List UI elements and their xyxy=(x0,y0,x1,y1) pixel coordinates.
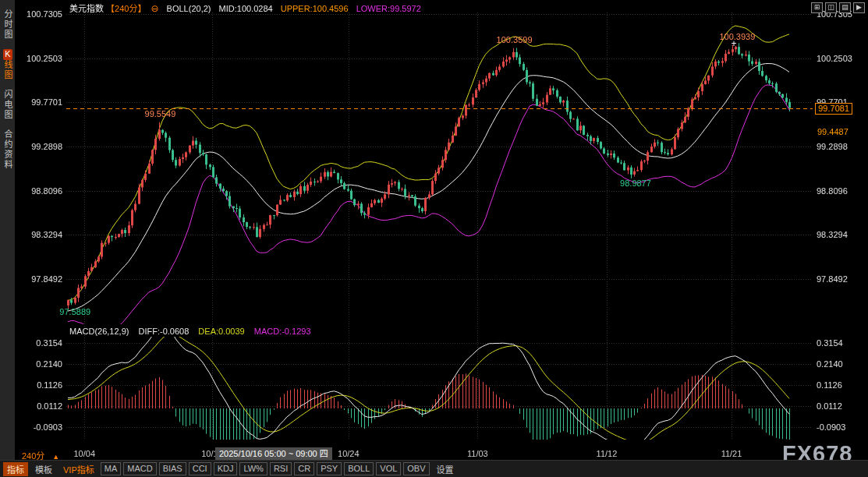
macd-axis-label: 0.2140 xyxy=(16,359,62,369)
price-axis-label: 97.8492 xyxy=(16,274,62,284)
date-axis-label: 11/21 xyxy=(721,449,742,458)
sidebar-item-3[interactable]: 合约资料 xyxy=(0,129,15,170)
macd-axis-label: 0.2140 xyxy=(817,359,843,369)
date-axis-label: 10/04 xyxy=(74,449,96,458)
swing-high-label: 99.5549 xyxy=(145,109,176,118)
collapse-indicator-icon[interactable]: ⊖ xyxy=(151,3,158,14)
last-price-label: 99.7081 xyxy=(815,103,852,115)
footer-tab-ma[interactable]: MA xyxy=(101,462,122,475)
list-layout-icon[interactable]: ▤ xyxy=(839,2,851,13)
sidebar-item-2[interactable]: 闪电图 xyxy=(0,90,15,120)
macd-hist-value: MACD:-0.1293 xyxy=(254,327,311,336)
trading-terminal: 分时图K线图闪电图合约资料 美元指数 【240分】 ⊖ BOLL(20,2) M… xyxy=(0,0,868,477)
boll-upper-value: UPPER:100.4596 xyxy=(281,4,349,13)
footer-tab--[interactable]: 模板 xyxy=(31,462,56,476)
grid-layout-icon[interactable]: ⊞ xyxy=(811,2,823,13)
footer-tab-macd[interactable]: MACD xyxy=(123,462,156,475)
date-axis-label: 10/24 xyxy=(338,449,360,458)
macd-axis-label: -0.0903 xyxy=(817,422,845,432)
swing-high-label: 100.3599 xyxy=(497,35,533,44)
swing-low-label: 97.5889 xyxy=(59,307,90,316)
period-badge[interactable]: 【240分】 xyxy=(106,4,146,13)
swing-high-marker-icon: + xyxy=(731,38,736,49)
price-axis-label: 98.8096 xyxy=(16,186,62,196)
price-axis-label: 99.2898 xyxy=(817,142,848,151)
swing-high-label: 100.3939 xyxy=(719,32,755,41)
chart-type-sidebar: 分时图K线图闪电图合约资料 xyxy=(0,0,15,461)
boll-label: BOLL(20,2) xyxy=(167,4,211,13)
footer-tab-psy[interactable]: PSY xyxy=(317,462,342,475)
macd-axis-label: 0.3154 xyxy=(16,338,62,348)
price-axis-label: 100.2503 xyxy=(817,54,852,63)
indicator-toolbar: 指标模板VIP指标MAMACDBIASCCIKDJLW%RSICRPSYBOLL… xyxy=(0,460,868,477)
boll-mid-value: MID:100.0284 xyxy=(219,4,273,13)
footer-tab-cci[interactable]: CCI xyxy=(189,462,211,475)
price-axis-label: 99.7701 xyxy=(16,97,62,107)
macd-axis-label: -0.0903 xyxy=(16,422,62,432)
date-axis-label: 11/03 xyxy=(467,449,488,458)
footer-tab-lw-[interactable]: LW% xyxy=(239,462,267,475)
footer-tab-vol[interactable]: VOL xyxy=(376,462,401,475)
footer-tab-cr[interactable]: CR xyxy=(294,462,314,475)
price-axis-label: 100.2503 xyxy=(16,54,62,63)
active-tab-badge: K xyxy=(3,49,12,60)
footer-tab--[interactable]: 设置 xyxy=(433,462,458,476)
chart-canvas[interactable] xyxy=(0,0,868,477)
macd-diff-value: DIFF:-0.0608 xyxy=(138,327,189,336)
boll-lower-value: LOWER:99.5972 xyxy=(356,4,421,13)
expand-icon[interactable]: ▶ xyxy=(853,2,865,13)
single-layout-icon[interactable]: ◫ xyxy=(825,2,837,13)
footer-tab-obv[interactable]: OBV xyxy=(403,462,429,475)
price-axis-label: 99.2898 xyxy=(16,142,62,151)
footer-tab-boll[interactable]: BOLL xyxy=(344,462,374,475)
price-axis-label: 97.8492 xyxy=(817,274,848,284)
swing-low-label: 98.9877 xyxy=(620,178,651,188)
date-axis-label: 11/12 xyxy=(597,449,618,458)
footer-tab--[interactable]: 指标 xyxy=(3,462,28,476)
macd-axis-label: 0.0112 xyxy=(16,401,62,411)
price-axis-label: 100.7305 xyxy=(16,9,62,19)
price-axis-label: 98.3294 xyxy=(16,230,62,239)
footer-tab-bias[interactable]: BIAS xyxy=(159,462,186,475)
macd-axis-label: 0.3154 xyxy=(817,338,843,348)
macd-dea-value: DEA:0.0039 xyxy=(198,327,244,336)
macd-header: MACD(26,12,9) DIFF:-0.0608 DEA:0.0039 MA… xyxy=(69,327,318,336)
sidebar-item-1[interactable]: K线图 xyxy=(0,49,15,80)
footer-tab-vip-[interactable]: VIP指标 xyxy=(59,462,98,476)
macd-axis-label: 0.1126 xyxy=(16,380,62,390)
chart-header: 美元指数 【240分】 ⊖ BOLL(20,2) MID:100.0284 UP… xyxy=(69,2,427,14)
footer-tab-rsi[interactable]: RSI xyxy=(270,462,292,475)
window-controls: ⊞◫▤▶ xyxy=(811,2,865,13)
macd-axis-label: 0.0112 xyxy=(817,401,842,411)
instrument-name: 美元指数 xyxy=(69,4,104,13)
time-range-tooltip: 2025/10/16 05:00 ~ 09:00 四 xyxy=(215,447,332,460)
macd-label: MACD(26,12,9) xyxy=(69,327,129,336)
macd-axis-label: 0.1126 xyxy=(817,380,842,390)
sidebar-item-0[interactable]: 分时图 xyxy=(0,9,15,40)
footer-tab-kdj[interactable]: KDJ xyxy=(214,462,238,475)
reference-price-label: 99.4487 xyxy=(817,127,849,136)
price-axis-label: 98.8096 xyxy=(817,186,848,196)
price-axis-label: 98.3294 xyxy=(817,230,848,239)
